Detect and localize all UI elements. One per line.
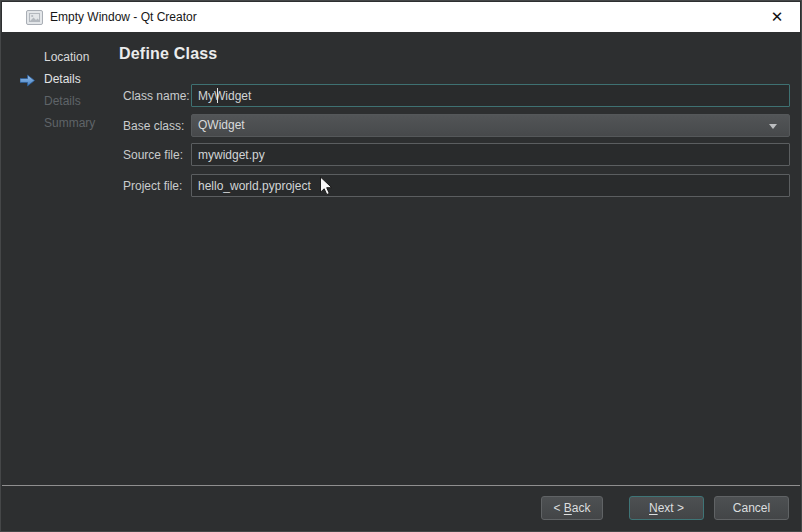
source-file-label: Source file: <box>123 148 183 162</box>
next-button[interactable]: Next > <box>629 496 704 520</box>
chevron-down-icon <box>769 124 777 129</box>
close-icon: ✕ <box>771 8 784 26</box>
cancel-button-label: Cancel <box>733 501 770 515</box>
base-class-label: Base class: <box>123 119 184 133</box>
wizard-dialog: Empty Window - Qt Creator ✕ Location <box>0 0 802 532</box>
close-button[interactable]: ✕ <box>754 2 800 32</box>
titlebar: Empty Window - Qt Creator ✕ <box>2 2 800 32</box>
text-caret <box>217 88 218 103</box>
back-button-label: < <box>553 501 563 515</box>
next-button-label-rest: ext > <box>658 501 684 515</box>
class-name-input[interactable] <box>191 84 790 107</box>
project-file-label: Project file: <box>123 179 182 193</box>
step-label: Details <box>44 72 81 86</box>
next-button-mnemonic: N <box>649 501 658 515</box>
back-button[interactable]: < Back <box>541 496 603 520</box>
current-step-arrow-icon <box>20 72 35 85</box>
step-location: Location <box>1 46 119 68</box>
step-label: Location <box>44 50 89 64</box>
wizard-steps-sidebar: Location Details Details Summar <box>1 46 119 134</box>
class-name-label: Class name: <box>123 89 190 103</box>
base-class-selected-value: QWidget <box>198 118 245 132</box>
step-details-current: Details <box>1 68 119 90</box>
window-title: Empty Window - Qt Creator <box>50 2 197 32</box>
step-summary: Summary <box>1 112 119 134</box>
project-file-input[interactable] <box>191 174 790 197</box>
step-label: Summary <box>44 116 95 130</box>
app-window-icon <box>26 10 43 25</box>
step-details-upcoming: Details <box>1 90 119 112</box>
step-label: Details <box>44 94 81 108</box>
base-class-dropdown[interactable]: QWidget <box>191 114 790 137</box>
back-button-label-rest: ack <box>572 501 591 515</box>
back-button-mnemonic: B <box>564 501 572 515</box>
page-title: Define Class <box>119 45 217 63</box>
cancel-button[interactable]: Cancel <box>714 496 789 520</box>
source-file-input[interactable] <box>191 143 790 166</box>
footer-separator <box>2 485 800 486</box>
